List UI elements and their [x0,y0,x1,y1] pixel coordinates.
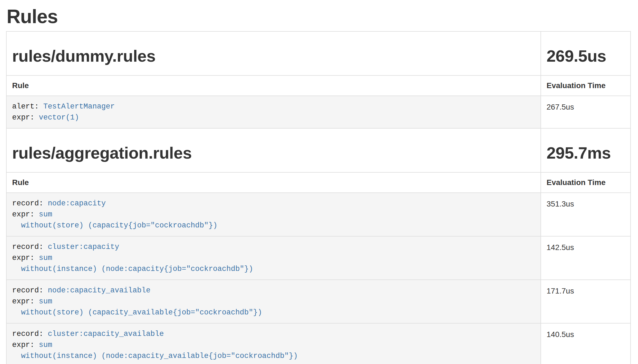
column-header-rule: Rule [6,172,541,193]
column-header-evaluation-time: Evaluation Time [541,75,631,96]
rule-expr-link[interactable]: sum without(store) (capacity{job="cockro… [12,210,217,230]
rule-expr-label: expr: [12,113,34,122]
rule-group-file: rules/dummy.rules [12,47,535,65]
rule-expr-link[interactable]: sum without(instance) (node:capacity_ava… [12,341,298,360]
rule-kind-label: record: [12,243,43,251]
column-header-rule: Rule [6,75,541,96]
rule-name-link[interactable]: cluster:capacity_available [48,330,164,338]
evaluation-time-cell: 351.3us [541,193,631,236]
rule-group-file-cell: rules/aggregation.rules [6,128,541,172]
rule-kind-label: alert: [12,102,39,111]
rule-code: record:node:capacity_available expr:sum … [12,285,535,318]
evaluation-time-cell: 140.5us [541,323,631,364]
rule-name-link[interactable]: node:capacity [48,199,106,208]
page-title: Rules [7,6,631,28]
evaluation-time-cell: 267.5us [541,96,631,128]
rule-code: record:cluster:capacity_available expr:s… [12,328,535,362]
rule-name-link[interactable]: node:capacity_available [48,286,150,295]
rule-kind-label: record: [12,286,43,295]
rule-cell: record:node:capacity_available expr:sum … [6,280,541,323]
column-header-row: Rule Evaluation Time [6,75,631,96]
rules-table: rules/dummy.rules 269.5us Rule Evaluatio… [6,31,631,364]
rule-cell: record:cluster:capacity_available expr:s… [6,323,541,364]
rule-group-file: rules/aggregation.rules [12,144,535,162]
rule-kind-label: record: [12,199,43,208]
rule-row: record:node:capacity_available expr:sum … [6,280,631,323]
rule-row: record:cluster:capacity expr:sum without… [6,236,631,280]
rule-kind-label: record: [12,330,43,338]
evaluation-time-cell: 171.7us [541,280,631,323]
rule-group-evaluation-time: 269.5us [547,47,625,65]
rule-group-header-row: rules/aggregation.rules 295.7ms [6,128,631,172]
rule-expr-link[interactable]: vector(1) [39,113,79,122]
rules-page: Rules rules/dummy.rules 269.5us Rule Eva… [0,6,631,364]
rule-expr-label: expr: [12,210,34,219]
rule-row: record:cluster:capacity_available expr:s… [6,323,631,364]
column-header-row: Rule Evaluation Time [6,172,631,193]
rule-expr-label: expr: [12,297,34,306]
rule-name-link[interactable]: cluster:capacity [48,243,119,251]
rule-group-file-cell: rules/dummy.rules [6,31,541,75]
rule-code: alert:TestAlertManager expr:vector(1) [12,101,535,123]
rule-expr-link[interactable]: sum without(store) (capacity_available{j… [12,297,262,317]
rule-cell: alert:TestAlertManager expr:vector(1) [6,96,541,128]
rule-code: record:node:capacity expr:sum without(st… [12,198,535,231]
rule-group-evaluation-time: 295.7ms [547,144,625,162]
rule-row: alert:TestAlertManager expr:vector(1) 26… [6,96,631,128]
rule-expr-label: expr: [12,254,34,262]
rule-name-link[interactable]: TestAlertManager [43,102,115,111]
evaluation-time-cell: 142.5us [541,236,631,280]
rule-cell: record:node:capacity expr:sum without(st… [6,193,541,236]
rule-group-time-cell: 295.7ms [541,128,631,172]
rule-code: record:cluster:capacity expr:sum without… [12,241,535,275]
rule-expr-link[interactable]: sum without(instance) (node:capacity{job… [12,254,253,273]
rule-row: record:node:capacity expr:sum without(st… [6,193,631,236]
rule-group-header-row: rules/dummy.rules 269.5us [6,31,631,75]
column-header-evaluation-time: Evaluation Time [541,172,631,193]
rule-cell: record:cluster:capacity expr:sum without… [6,236,541,280]
rule-expr-label: expr: [12,341,34,349]
rule-group-time-cell: 269.5us [541,31,631,75]
